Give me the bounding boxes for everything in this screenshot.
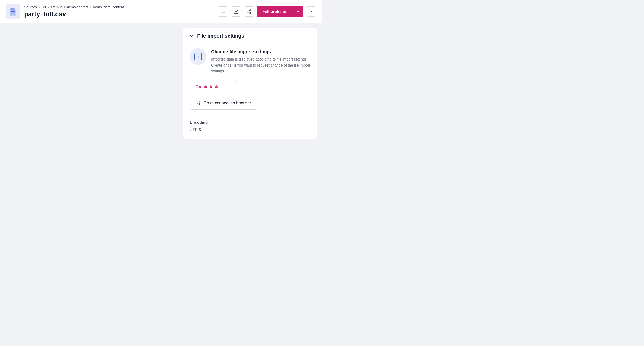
info-section: Change file import settings Imported dat… bbox=[190, 48, 310, 74]
file-import-settings-header[interactable]: File import settings bbox=[183, 28, 317, 44]
svg-point-12 bbox=[311, 13, 312, 13]
info-text-area: Change file import settings Imported dat… bbox=[211, 48, 310, 74]
tasks-button[interactable] bbox=[231, 6, 241, 17]
change-file-import-title: Change file import settings bbox=[211, 49, 310, 54]
file-import-settings-title: File import settings bbox=[197, 33, 244, 39]
full-profiling-main-button[interactable]: Full profiling bbox=[257, 6, 292, 17]
page-title: party_full.csv bbox=[24, 10, 214, 18]
comment-button[interactable] bbox=[218, 6, 228, 17]
breadcrumb: Sources > S3 > ata-public-demo-content >… bbox=[24, 5, 214, 9]
breadcrumb-sep1: > bbox=[38, 5, 40, 9]
right-panel: File import settings Change file import … bbox=[178, 23, 322, 173]
header-actions: Full profiling bbox=[218, 6, 316, 17]
full-profiling-chevron-button[interactable] bbox=[292, 6, 304, 17]
svg-point-10 bbox=[311, 10, 312, 10]
file-icon bbox=[6, 4, 20, 19]
breadcrumb-sep3: > bbox=[90, 5, 92, 9]
breadcrumb-sources[interactable]: Sources bbox=[24, 5, 37, 9]
encoding-label: Encoding bbox=[190, 120, 310, 125]
external-link-icon bbox=[196, 101, 201, 106]
share-button[interactable] bbox=[244, 6, 254, 17]
action-buttons: Create task Go to connection browser bbox=[190, 81, 310, 110]
file-import-settings-card: File import settings Change file import … bbox=[183, 28, 317, 139]
page-header: Sources > S3 > ata-public-demo-content >… bbox=[0, 0, 322, 23]
header-title-area: Sources > S3 > ata-public-demo-content >… bbox=[24, 5, 214, 18]
svg-point-16 bbox=[198, 55, 198, 56]
more-options-button[interactable] bbox=[306, 6, 316, 17]
svg-line-17 bbox=[198, 101, 200, 104]
encoding-value: UTF-8 bbox=[190, 128, 310, 132]
main-content: File import settings Change file import … bbox=[0, 23, 322, 173]
breadcrumb-sep2: > bbox=[47, 5, 50, 9]
file-import-chevron-icon bbox=[189, 33, 194, 39]
info-icon bbox=[194, 52, 202, 61]
change-file-import-description: Imported data is displayed according to … bbox=[211, 56, 310, 74]
svg-line-9 bbox=[248, 10, 250, 11]
go-to-connection-browser-button[interactable]: Go to connection browser bbox=[190, 97, 257, 110]
breadcrumb-bucket[interactable]: ata-public-demo-content bbox=[51, 5, 88, 9]
svg-point-11 bbox=[311, 11, 312, 12]
left-panel bbox=[0, 23, 178, 173]
create-task-button[interactable]: Create task bbox=[190, 81, 236, 93]
file-import-settings-body: Change file import settings Imported dat… bbox=[183, 44, 317, 139]
info-icon-circle bbox=[190, 48, 206, 65]
breadcrumb-folder[interactable]: demo_data_content bbox=[93, 5, 124, 9]
connection-browser-label: Go to connection browser bbox=[204, 101, 251, 105]
svg-line-8 bbox=[248, 12, 250, 13]
encoding-section: Encoding UTF-8 bbox=[190, 120, 310, 132]
section-divider bbox=[190, 115, 310, 115]
breadcrumb-s3[interactable]: S3 bbox=[42, 5, 46, 9]
full-profiling-button-group: Full profiling bbox=[257, 6, 304, 17]
